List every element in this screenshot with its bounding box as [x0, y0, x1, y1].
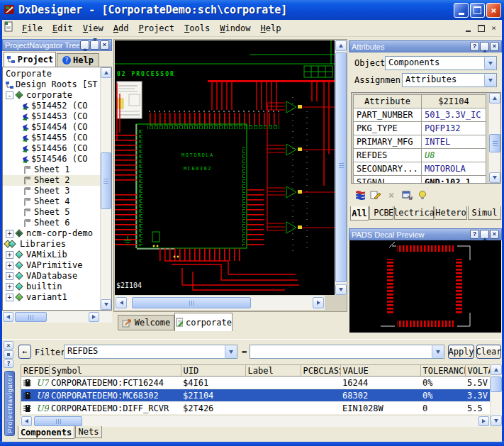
chevron-down-icon[interactable] [484, 57, 496, 69]
tree-item[interactable]: +variant1 [3, 292, 101, 303]
tab-nets[interactable]: Nets [75, 426, 102, 438]
tree-item[interactable]: $5I4453 (CO [3, 111, 101, 122]
attributes-scrollbar-vertical[interactable] [488, 93, 500, 183]
attributes-help-button[interactable]: ? [470, 42, 479, 51]
attributes-flag-icon[interactable] [352, 188, 368, 202]
pads-header[interactable]: PADS Decal Preview ? × [349, 228, 502, 240]
tree-item[interactable]: +VAPrimitive [3, 260, 101, 271]
table-scrollbar-horizontal[interactable] [21, 415, 490, 427]
tree-scrollbar-horizontal[interactable] [2, 311, 112, 323]
mdi-close-button[interactable]: × [488, 23, 500, 33]
pads-preview-canvas[interactable] [349, 240, 501, 333]
schematic-scrollbar-horizontal[interactable] [115, 295, 325, 310]
browser-close-button[interactable]: × [4, 341, 13, 350]
tree-item[interactable]: $5I4456 (CO [3, 143, 101, 154]
tree-item[interactable]: +builtin [3, 281, 101, 292]
scroll-thumb[interactable] [335, 52, 347, 282]
pads-help-button[interactable]: ? [470, 230, 479, 239]
attr-value[interactable]: PQFP132 [422, 122, 486, 135]
scroll-up-button[interactable] [489, 93, 500, 104]
schematic-canvas[interactable]: 02 PROCESSOR [115, 40, 335, 295]
tree-item[interactable]: Sheet 1 [3, 165, 101, 175]
scroll-right-button[interactable] [313, 297, 324, 308]
navigator-side-tab[interactable]: ProjectNavigator [4, 371, 15, 436]
expand-icon[interactable]: + [6, 283, 13, 291]
column-header-pcbclass[interactable]: PCBCLASS [301, 365, 340, 377]
browser-pin-button[interactable] [4, 350, 13, 359]
attributes-close-button[interactable]: × [490, 42, 499, 51]
navigator-tree[interactable]: Corporate Design Roots [ST - corporate $… [2, 67, 112, 311]
scroll-right-button[interactable] [89, 312, 99, 322]
tree-item-selected[interactable]: Sheet 2 [3, 175, 101, 186]
navigator-close-button[interactable]: × [100, 40, 109, 50]
column-header-uid[interactable]: UID [181, 365, 245, 377]
schematic-scrollbar-vertical[interactable] [335, 40, 347, 295]
tree-item[interactable]: Sheet 3 [3, 186, 101, 196]
scroll-left-button[interactable] [3, 312, 13, 322]
expand-icon[interactable]: + [6, 251, 13, 259]
tree-item[interactable]: Libraries [3, 239, 101, 250]
tree-item[interactable]: +VAMixLib [3, 250, 101, 260]
tree-item[interactable]: - corporate [3, 90, 101, 101]
menu-add[interactable]: Add [108, 22, 134, 35]
tree-item[interactable]: + ncm-corp-demo [3, 228, 101, 239]
expand-icon[interactable]: + [6, 272, 13, 280]
column-header-symbol[interactable]: Symbol [49, 365, 181, 377]
attributes-header[interactable]: Attributes ? × [349, 40, 502, 52]
tab-welcome[interactable]: Welcome [118, 315, 174, 330]
attribute-table[interactable]: Attribute$2I104 PART_NUMBER501_3.3V_IC P… [353, 94, 486, 184]
scroll-down-button[interactable] [491, 416, 502, 426]
tree-item[interactable]: $5I4546 (CO [3, 154, 101, 165]
document-icon[interactable] [4, 21, 14, 35]
scroll-left-button[interactable] [21, 416, 32, 426]
component-table[interactable]: REFDES Symbol UID Label PCBCLASS VALUE T… [21, 365, 491, 415]
scroll-up-button[interactable] [491, 364, 502, 375]
expand-icon[interactable]: + [6, 294, 13, 301]
tab-project[interactable]: Project [4, 52, 56, 67]
pads-up-button[interactable] [480, 230, 489, 239]
attributes-up-button[interactable] [480, 42, 489, 51]
tab-components[interactable]: Components [18, 426, 74, 439]
tree-item[interactable]: Sheet 6 [3, 218, 101, 228]
scroll-left-button[interactable] [116, 297, 127, 308]
scroll-down-button[interactable] [335, 284, 347, 295]
menu-tools[interactable]: Tools [179, 22, 215, 35]
chevron-down-icon[interactable] [225, 345, 237, 358]
tree-scrollbar-vertical[interactable] [100, 67, 111, 310]
table-row-selected[interactable]: U8 CORPORATEDEMO:MC68302 $2I104 68302 0%… [21, 389, 491, 402]
attr-value[interactable]: INTEL [422, 135, 486, 149]
object-select[interactable]: Components [385, 56, 497, 70]
column-header-value[interactable]: VALUE [340, 365, 420, 377]
table-row[interactable]: U7 CORPORATEDEMO:FCT16244 $4I61 16244 0%… [21, 377, 491, 389]
tip-lightbulb-icon[interactable] [415, 188, 430, 202]
browser-help-button[interactable]: ? [4, 359, 13, 368]
chevron-down-icon[interactable] [484, 74, 496, 87]
tab-corporate[interactable]: corporate [174, 313, 233, 331]
attr-value[interactable]: 501_3.3V_IC [422, 108, 486, 122]
export-window-icon[interactable] [399, 188, 415, 202]
tree-item[interactable]: Design Roots [ST [3, 79, 101, 90]
attr-tab-electrical[interactable]: Electrical [394, 206, 434, 220]
titlebar[interactable]: DxDesigner - [CorporateDemo:sch\corporat… [0, 0, 504, 20]
attr-tab-hetero[interactable]: Hetero [435, 206, 467, 220]
table-scrollbar-vertical[interactable] [490, 364, 502, 426]
tree-item[interactable]: $5I4454 (CO [3, 122, 101, 133]
filter-field-select[interactable]: REFDES [64, 345, 237, 359]
scroll-down-button[interactable] [489, 172, 500, 183]
scroll-up-button[interactable] [101, 67, 111, 78]
mdi-minimize-button[interactable] [462, 23, 474, 33]
menu-view[interactable]: View [78, 22, 108, 35]
edit-attribute-icon[interactable] [368, 188, 383, 202]
column-header-label[interactable]: Label [245, 365, 301, 377]
tree-item[interactable]: $5I4452 (CO [3, 101, 101, 111]
close-button[interactable]: × [486, 3, 501, 18]
attr-value[interactable]: GND:102,1 [422, 176, 486, 184]
tab-help[interactable]: ? Help [57, 53, 99, 67]
pads-close-button[interactable]: × [490, 230, 499, 239]
menu-project[interactable]: Project [133, 22, 179, 35]
tree-item[interactable]: Sheet 4 [3, 196, 101, 207]
scroll-thumb[interactable] [15, 312, 47, 322]
navigator-down-button[interactable] [90, 40, 99, 50]
filter-value-select[interactable] [250, 345, 444, 359]
scroll-thumb[interactable] [491, 377, 502, 392]
